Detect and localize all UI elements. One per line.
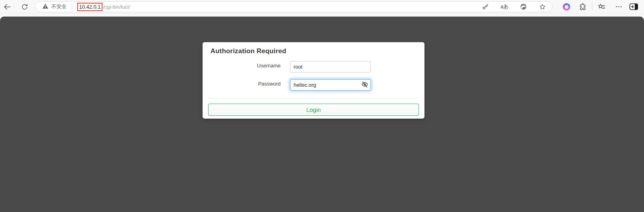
back-button[interactable] xyxy=(2,2,12,11)
back-arrow-icon xyxy=(3,3,11,11)
password-key-icon[interactable] xyxy=(481,2,490,11)
password-reveal-button[interactable] xyxy=(361,81,369,89)
edge-swirl-icon[interactable] xyxy=(519,2,528,11)
favorite-star-icon[interactable] xyxy=(538,2,547,11)
security-label[interactable]: 不安全 xyxy=(51,3,67,10)
eye-off-icon xyxy=(361,81,369,89)
url-host-highlighted[interactable]: 10.42.0.1 xyxy=(77,3,102,11)
username-input[interactable] xyxy=(290,61,371,73)
more-menu-icon[interactable] xyxy=(614,2,624,11)
card-divider xyxy=(208,98,419,99)
refresh-icon xyxy=(21,3,28,11)
url-path[interactable]: /cgi-bin/luci/ xyxy=(103,4,130,10)
security-warning-icon xyxy=(42,3,48,11)
sidebar-toggle-icon[interactable] xyxy=(629,2,638,11)
refresh-button[interactable] xyxy=(20,2,29,11)
toolbar-vertical-divider xyxy=(592,3,592,10)
password-label: Password xyxy=(210,81,281,87)
address-bar[interactable]: 不安全 10.42.0.1 /cgi-bin/luci/ aあ xyxy=(35,1,553,12)
copilot-icon[interactable] xyxy=(562,2,571,11)
favorites-hub-icon[interactable] xyxy=(597,2,606,11)
login-card: Authorization Required Username Password… xyxy=(203,42,424,119)
toolbar-divider xyxy=(0,13,644,13)
login-button[interactable]: Login xyxy=(208,104,419,116)
password-field-wrapper xyxy=(290,79,371,91)
password-input[interactable] xyxy=(290,79,371,91)
translate-icon[interactable]: aあ xyxy=(500,2,509,11)
username-label: Username xyxy=(210,63,281,69)
page-title: Authorization Required xyxy=(210,47,286,55)
extensions-puzzle-icon[interactable] xyxy=(578,2,587,11)
address-separator xyxy=(72,4,72,10)
browser-toolbar: 不安全 10.42.0.1 /cgi-bin/luci/ aあ xyxy=(0,0,644,17)
web-content-area: Authorization Required Username Password… xyxy=(0,17,644,212)
